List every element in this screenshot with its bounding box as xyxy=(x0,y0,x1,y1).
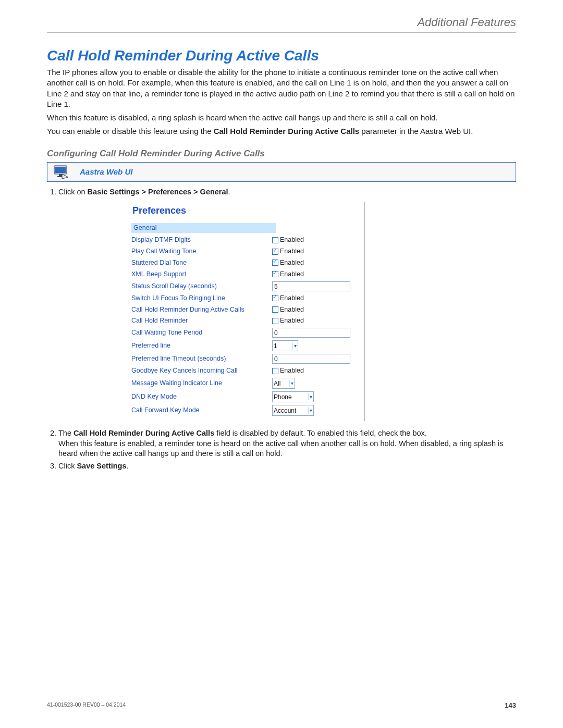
step-3-pre: Click xyxy=(58,462,77,470)
enabled-label: Enabled xyxy=(280,247,304,256)
chevron-down-icon: ▾ xyxy=(289,380,293,387)
pref-label: Goodbye Key Cancels Incoming Call xyxy=(131,366,272,375)
doc-id: 41-001523-00 REV00 – 04.2014 xyxy=(47,701,126,709)
step-2-pre: The xyxy=(58,429,74,437)
select-value: All xyxy=(274,379,287,388)
enabled-label: Enabled xyxy=(280,236,304,244)
header-breadcrumb: Additional Features xyxy=(47,16,516,33)
select-input[interactable]: 1▾ xyxy=(272,340,298,351)
pref-row: Call Forward Key ModeAccount▾ xyxy=(131,405,356,416)
pref-row: DND Key ModePhone▾ xyxy=(131,391,356,402)
step-1: Click on Basic Settings > Preferences > … xyxy=(58,187,516,422)
pref-row: Preferred line Timeout (seconds)0 xyxy=(131,354,356,364)
p3-bold: Call Hold Reminder During Active Calls xyxy=(214,127,360,135)
instruction-list: Click on Basic Settings > Preferences > … xyxy=(47,187,516,472)
preferences-screenshot: Preferences General Display DTMF DigitsE… xyxy=(131,202,365,421)
pref-label: Switch UI Focus To Ringing Line xyxy=(131,294,272,303)
p3-post: parameter in the Aastra Web UI. xyxy=(359,127,473,135)
enabled-label: Enabled xyxy=(280,258,304,267)
step-2: The Call Hold Reminder During Active Cal… xyxy=(58,428,516,459)
page-footer: 41-001523-00 REV00 – 04.2014 143 xyxy=(47,701,516,709)
step-1-post: . xyxy=(228,188,230,196)
step-3-bold: Save Settings xyxy=(77,462,126,470)
select-value: 1 xyxy=(274,342,290,350)
pref-label: Status Scroll Delay (seconds) xyxy=(131,282,272,291)
pref-label: DND Key Mode xyxy=(131,392,272,401)
pref-label: Stuttered Dial Tone xyxy=(131,258,272,267)
select-input[interactable]: Account▾ xyxy=(272,405,314,416)
general-section-header: General xyxy=(131,223,276,233)
pref-row: Preferred line1▾ xyxy=(131,340,356,351)
intro-paragraph-3: You can enable or disable this feature u… xyxy=(47,126,516,137)
pref-row: Call Hold Reminder During Active CallsEn… xyxy=(131,305,356,314)
pref-row: Call Waiting Tone Period0 xyxy=(131,328,356,338)
enabled-label: Enabled xyxy=(280,294,304,303)
select-value: Phone xyxy=(274,393,306,401)
aastra-web-ui-banner: Aastra Web UI xyxy=(47,162,516,182)
pref-label: Preferred line xyxy=(131,341,272,350)
select-value: Account xyxy=(274,406,306,415)
subsection-title: Configuring Call Hold Reminder During Ac… xyxy=(47,149,516,159)
pref-row: Message Waiting Indicator LineAll▾ xyxy=(131,378,356,389)
pref-label: Call Waiting Tone Period xyxy=(131,328,272,337)
pref-row: Status Scroll Delay (seconds)5 xyxy=(131,281,356,291)
checkbox[interactable] xyxy=(272,306,278,313)
pref-row: Goodbye Key Cancels Incoming CallEnabled xyxy=(131,366,356,375)
step-3-post: . xyxy=(127,462,129,470)
page-number: 143 xyxy=(505,701,516,709)
chevron-down-icon: ▾ xyxy=(308,407,312,414)
checkbox[interactable] xyxy=(272,271,278,277)
step-1-bold: Basic Settings > Preferences > General xyxy=(88,188,228,196)
pref-label: Preferred line Timeout (seconds) xyxy=(131,354,272,363)
chevron-down-icon: ▾ xyxy=(292,342,297,350)
svg-rect-2 xyxy=(59,174,62,176)
intro-paragraph-2: When this feature is disabled, a ring sp… xyxy=(47,113,516,123)
checkbox[interactable] xyxy=(272,260,278,266)
step-3: Click Save Settings. xyxy=(58,461,516,472)
pref-label: Call Forward Key Mode xyxy=(131,406,272,415)
enabled-label: Enabled xyxy=(280,270,304,279)
intro-paragraph-1: The IP phones allow you to enable or dis… xyxy=(47,67,516,109)
pref-label: Play Call Waiting Tone xyxy=(131,247,272,256)
checkbox[interactable] xyxy=(272,295,278,301)
enabled-label: Enabled xyxy=(280,366,304,375)
pref-label: Message Waiting Indicator Line xyxy=(131,379,272,388)
chevron-down-icon: ▾ xyxy=(308,393,312,401)
pref-label: Call Hold Reminder During Active Calls xyxy=(131,305,272,314)
step-2-bold: Call Hold Reminder During Active Calls xyxy=(74,429,214,437)
pref-row: Call Hold ReminderEnabled xyxy=(131,316,356,325)
number-input[interactable]: 0 xyxy=(272,354,350,364)
checkbox[interactable] xyxy=(272,318,278,324)
select-input[interactable]: All▾ xyxy=(272,378,295,389)
enabled-label: Enabled xyxy=(280,305,304,314)
p3-pre: You can enable or disable this feature u… xyxy=(47,127,214,135)
pref-label: Call Hold Reminder xyxy=(131,316,272,325)
pref-row: Display DTMF DigitsEnabled xyxy=(131,236,356,244)
pref-label: XML Beep Support xyxy=(131,270,272,279)
select-input[interactable]: Phone▾ xyxy=(272,391,314,402)
banner-label: Aastra Web UI xyxy=(80,167,132,176)
number-input[interactable]: 5 xyxy=(272,281,350,291)
pref-label: Display DTMF Digits xyxy=(131,236,272,244)
number-input[interactable]: 0 xyxy=(272,328,350,338)
pref-row: Switch UI Focus To Ringing LineEnabled xyxy=(131,294,356,303)
checkbox[interactable] xyxy=(272,368,278,374)
preferences-title: Preferences xyxy=(132,204,356,217)
step-1-pre: Click on xyxy=(58,188,88,196)
monitor-icon xyxy=(53,165,70,179)
svg-rect-1 xyxy=(55,167,66,173)
pref-row: Stuttered Dial ToneEnabled xyxy=(131,258,356,267)
enabled-label: Enabled xyxy=(280,316,304,325)
pref-row: Play Call Waiting ToneEnabled xyxy=(131,247,356,256)
section-title: Call Hold Reminder During Active Calls xyxy=(47,47,516,64)
pref-row: XML Beep SupportEnabled xyxy=(131,270,356,279)
checkbox[interactable] xyxy=(272,249,278,255)
checkbox[interactable] xyxy=(272,237,278,243)
